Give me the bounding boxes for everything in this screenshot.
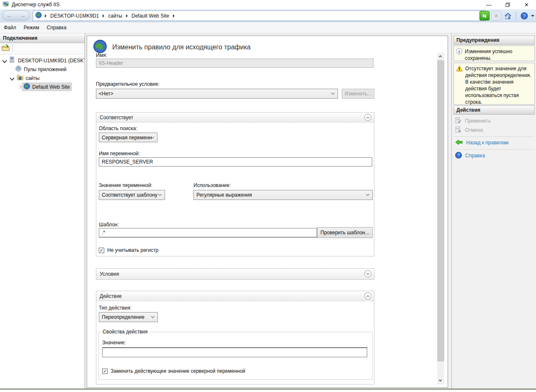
close-button[interactable]: ✕: [517, 0, 536, 9]
page-title: Изменить правило для исходящего трафика: [112, 44, 251, 51]
action-type-select[interactable]: Переопределение: [99, 312, 158, 322]
home-button[interactable]: [503, 11, 513, 20]
expander-open-icon[interactable]: [10, 76, 14, 80]
save-connection-icon[interactable]: [2, 44, 10, 53]
back-icon[interactable]: ←: [6, 12, 12, 19]
connections-toolbar: [0, 43, 85, 54]
menu-mode[interactable]: Режим: [20, 22, 43, 33]
tree-item-app-pools[interactable]: Пулы приложений: [0, 65, 85, 74]
replace-checkbox[interactable]: ✓: [102, 369, 108, 374]
pattern-input[interactable]: .*: [99, 228, 317, 238]
action-back-label[interactable]: Назад к правилам: [466, 140, 508, 146]
apply-icon: [455, 117, 461, 125]
refresh-button[interactable]: ⇆: [479, 11, 490, 20]
action-section: Действие Тип действия: Переопределение С…: [96, 291, 374, 384]
action-type-label: Тип действия:: [99, 305, 131, 311]
expander-closed-icon[interactable]: [18, 85, 22, 89]
action-cancel: Отмена: [454, 126, 535, 135]
warnings-header: Предупреждения: [454, 36, 535, 45]
svg-text:?: ?: [523, 13, 526, 18]
name-input: IIS-Header: [96, 59, 374, 68]
value-input[interactable]: [102, 347, 367, 357]
menu-help[interactable]: Справка: [43, 22, 70, 33]
using-label: Использование:: [193, 182, 231, 188]
server-icon: [9, 56, 16, 64]
chevron-down-icon: [332, 92, 335, 95]
action-properties-legend: Свойства действия: [101, 329, 149, 335]
variable-value-select[interactable]: Соответствует шаблону: [99, 190, 165, 200]
connections-header: Подключения: [0, 33, 85, 43]
menu-bar: Файл Режим Справка: [0, 22, 536, 33]
tree-item-sites[interactable]: сайты: [0, 74, 85, 82]
match-section: Соответствует Область поиска: Серверная …: [96, 112, 374, 256]
scroll-down-button[interactable]: [437, 377, 444, 384]
replace-label: Заменить действующее значение серверной …: [111, 368, 245, 374]
precondition-label: Предварительное условие:: [96, 81, 160, 87]
name-label: Имя:: [96, 52, 107, 58]
warning-icon: [456, 65, 463, 102]
window-bottom-edge: [0, 389, 536, 389]
using-select[interactable]: Регулярные выражения: [193, 190, 373, 200]
tree-label-sites[interactable]: сайты: [26, 75, 40, 81]
action-properties-group: Свойства действия Значение: ✓ Заменить д…: [98, 329, 373, 380]
window-title: Диспетчер служб IIS: [12, 2, 59, 8]
nav-back-forward[interactable]: ← →: [2, 10, 30, 20]
scope-label: Область поиска:: [99, 126, 137, 131]
tree-label-app-pools[interactable]: Пулы приложений: [24, 67, 67, 72]
ignore-case-checkrow[interactable]: ✓ Не учитывать регистр: [99, 247, 158, 253]
form-scrollbar[interactable]: [437, 53, 444, 384]
breadcrumb-arrow-icon: [173, 14, 175, 18]
menu-file[interactable]: Файл: [0, 22, 20, 33]
forward-icon[interactable]: →: [20, 12, 26, 19]
chevron-down-icon: [152, 315, 155, 318]
breadcrumb-default-web-site[interactable]: Default Web Site: [131, 13, 169, 19]
minimize-button[interactable]: —: [479, 0, 498, 9]
scope-select[interactable]: Серверная переменн: [99, 133, 157, 142]
replace-checkrow[interactable]: ✓ Заменить действующее значение серверно…: [102, 368, 245, 374]
tree-label-server[interactable]: DESKTOP-U1MK9D1 (DESKTOP: [18, 58, 85, 64]
breadcrumb-arrow-icon: [103, 14, 104, 18]
globe-icon: [35, 12, 42, 20]
variable-value-label: Значение переменной:: [99, 182, 152, 188]
breadcrumb-arrow-icon: [126, 14, 128, 18]
precondition-select[interactable]: <Нет>: [96, 89, 338, 99]
help-button[interactable]: ?: [519, 11, 529, 20]
expander-open-icon[interactable]: [3, 59, 7, 63]
conditions-section-title: Условия: [100, 271, 119, 277]
action-help-label[interactable]: Справка: [465, 153, 485, 159]
expand-section-button[interactable]: [364, 270, 371, 277]
breadcrumb[interactable]: DESKTOP-U1MK9D1 сайты Default Web Site: [33, 10, 486, 21]
tree-item-server[interactable]: DESKTOP-U1MK9D1 (DESKTOP: [0, 56, 85, 65]
restore-button[interactable]: [498, 0, 517, 9]
iis-manager-window: Диспетчер служб IIS — ✕ ← → DESKTOP-U1MK…: [0, 0, 536, 392]
edit-outbound-rule-form: Изменить правило для исходящего трафика …: [87, 36, 448, 388]
alert-warning-text: Отсутствует значение для действия переоп…: [465, 65, 533, 102]
stop-button: ✕: [491, 11, 501, 20]
pattern-label: Шаблон:: [99, 222, 119, 228]
svg-text:?: ?: [457, 153, 460, 158]
variable-name-input[interactable]: RESPONSE_SERVER: [99, 157, 372, 167]
connections-panel: Подключения DESKTOP-U1MK9D1 (DESKTOP Пул…: [0, 33, 85, 389]
connections-tree: DESKTOP-U1MK9D1 (DESKTOP Пулы приложений…: [0, 54, 85, 91]
value-label: Значение:: [102, 340, 126, 346]
tree-label-default-web-site[interactable]: Default Web Site: [32, 84, 70, 90]
action-cancel-label: Отмена: [465, 127, 483, 133]
collapse-section-button[interactable]: [364, 292, 371, 300]
ignore-case-checkbox[interactable]: ✓: [99, 248, 104, 253]
sites-folder-icon: [17, 74, 23, 82]
action-back-to-rules[interactable]: Назад к правилам: [454, 138, 535, 147]
conditions-section: Условия: [96, 268, 374, 280]
breadcrumb-server[interactable]: DESKTOP-U1MK9D1: [50, 13, 99, 19]
tree-item-default-web-site[interactable]: Default Web Site: [0, 82, 85, 91]
action-help[interactable]: ? Справка: [454, 151, 535, 160]
scroll-up-button[interactable]: [437, 53, 444, 60]
variable-name-label: Имя переменной:: [99, 151, 140, 156]
ignore-case-label: Не учитывать регистр: [107, 247, 158, 253]
scrollbar-thumb[interactable]: [437, 60, 444, 361]
alert-warning: Отсутствует значение для действия переоп…: [454, 63, 535, 105]
collapse-section-button[interactable]: [364, 114, 371, 121]
test-pattern-button[interactable]: Проверить шаблон...: [317, 227, 373, 238]
breadcrumb-sites[interactable]: сайты: [108, 13, 122, 19]
help-dropdown-arrow-icon[interactable]: [531, 15, 534, 17]
alert-info: i Изменения успешно сохранены.: [454, 46, 535, 61]
